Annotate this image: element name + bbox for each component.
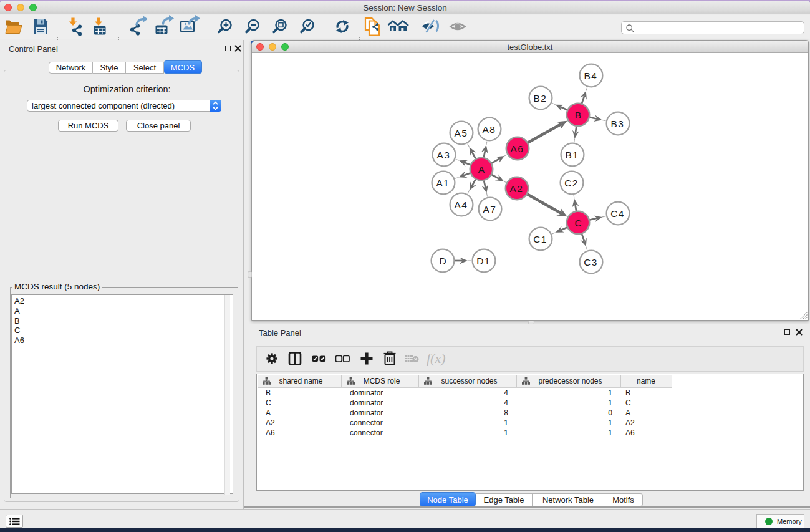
svg-text:D1: D1 — [476, 256, 490, 266]
svg-text:A3: A3 — [437, 150, 451, 160]
svg-text:B: B — [575, 110, 581, 120]
svg-text:C4: C4 — [610, 208, 624, 219]
svg-text:A8: A8 — [483, 124, 496, 135]
svg-text:A4: A4 — [455, 200, 468, 210]
svg-text:A7: A7 — [483, 204, 497, 215]
svg-text:C2: C2 — [564, 178, 578, 188]
svg-text:B4: B4 — [584, 70, 598, 81]
svg-text:C: C — [574, 218, 581, 228]
svg-text:B2: B2 — [534, 93, 547, 104]
svg-text:B3: B3 — [611, 118, 625, 129]
svg-text:D: D — [439, 256, 446, 266]
svg-text:B1: B1 — [566, 150, 579, 160]
svg-text:C3: C3 — [584, 257, 597, 268]
svg-text:A5: A5 — [455, 128, 468, 138]
svg-text:A6: A6 — [511, 143, 524, 154]
svg-text:A: A — [478, 164, 485, 175]
svg-text:A2: A2 — [510, 183, 524, 194]
svg-text:C1: C1 — [533, 234, 547, 244]
svg-text:A1: A1 — [436, 178, 450, 188]
